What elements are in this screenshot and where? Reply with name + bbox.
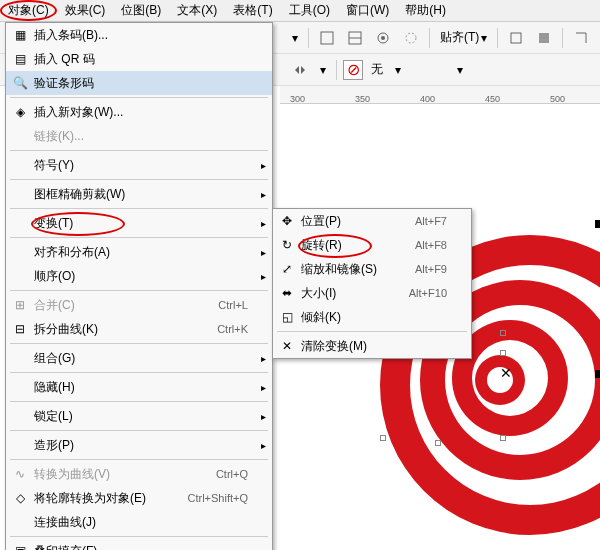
menu-item[interactable]: 造形(P)▸ [6,433,272,457]
size-icon: ⬌ [277,283,297,303]
ruler-mark: 450 [485,94,500,104]
menu-item[interactable]: 符号(Y)▸ [6,153,272,177]
menu-separator [10,401,268,402]
blank-icon [10,126,30,146]
ruler-mark: 350 [355,94,370,104]
menu-shortcut: Alt+F8 [415,239,467,251]
menu-item-label: 清除变换(M) [297,338,467,355]
menu-text[interactable]: 文本(X) [169,0,225,21]
menu-item[interactable]: 隐藏(H)▸ [6,375,272,399]
qr-icon: ▤ [10,49,30,69]
menu-item[interactable]: ⤢缩放和镜像(S)Alt+F9 [273,257,471,281]
selection-handle[interactable] [595,220,600,228]
blank-icon [10,213,30,233]
menubar: 对象(C) 效果(C) 位图(B) 文本(X) 表格(T) 工具(O) 窗口(W… [0,0,600,22]
menu-bitmap[interactable]: 位图(B) [113,0,169,21]
menu-item-label: 位置(P) [297,213,415,230]
bbox-handle[interactable] [435,440,441,446]
tool-btn-a[interactable] [504,26,528,50]
menu-item[interactable]: 顺序(O)▸ [6,264,272,288]
flip-dropdown[interactable]: ▾ [316,63,330,77]
submenu-arrow-icon: ▸ [261,382,266,393]
tool-btn-c[interactable] [569,26,593,50]
menu-item[interactable]: ⊟拆分曲线(K)Ctrl+K [6,317,272,341]
menu-table[interactable]: 表格(T) [225,0,280,21]
overprint-icon: ▣ [10,541,30,550]
blank-icon [10,184,30,204]
bbox-handle[interactable] [500,435,506,441]
menu-item[interactable]: 锁定(L)▸ [6,404,272,428]
menu-item[interactable]: ⬌大小(I)Alt+F10 [273,281,471,305]
view-btn-2[interactable] [399,26,423,50]
menu-item[interactable]: ↻旋转(R)Alt+F8 [273,233,471,257]
submenu-arrow-icon: ▸ [261,160,266,171]
tool-btn-b[interactable] [532,26,556,50]
menu-effects[interactable]: 效果(C) [57,0,114,21]
snap-btn-1[interactable] [315,26,339,50]
transform-submenu: ✥位置(P)Alt+F7↻旋转(R)Alt+F8⤢缩放和镜像(S)Alt+F9⬌… [272,208,472,359]
menu-item[interactable]: ◱倾斜(K) [273,305,471,329]
menu-separator [10,343,268,344]
menu-item-label: 合并(C) [30,297,218,314]
blank-icon [10,406,30,426]
menu-item-label: 顺序(O) [30,268,268,285]
menu-item-label: 缩放和镜像(S) [297,261,415,278]
flip-h-btn[interactable] [288,58,312,82]
menu-window[interactable]: 窗口(W) [338,0,397,21]
view-btn-1[interactable] [371,26,395,50]
menu-item-label: 大小(I) [297,285,409,302]
selection-handle[interactable] [595,370,600,378]
snap-btn-2[interactable] [343,26,367,50]
menu-item-label: 验证条形码 [30,75,268,92]
insert-icon: ◈ [10,102,30,122]
menu-shortcut: Alt+F9 [415,263,467,275]
units-dropdown[interactable]: ▾ [288,31,302,45]
magnify-icon: 🔍 [10,73,30,93]
barcode-icon: ▦ [10,25,30,45]
submenu-arrow-icon: ▸ [261,271,266,282]
menu-item-label: 变换(T) [30,215,268,232]
menu-item[interactable]: 🔍验证条形码 [6,71,272,95]
menu-item-label: 将轮廓转换为对象(E) [30,490,187,507]
menu-item[interactable]: ✕清除变换(M) [273,334,471,358]
bbox-handle[interactable] [500,350,506,356]
menu-item: ∿转换为曲线(V)Ctrl+Q [6,462,272,486]
menu-item-label: 造形(P) [30,437,268,454]
menu-separator [10,150,268,151]
split-icon: ⊟ [10,319,30,339]
submenu-arrow-icon: ▸ [261,353,266,364]
menu-item[interactable]: ◇将轮廓转换为对象(E)Ctrl+Shift+Q [6,486,272,510]
menu-item-label: 锁定(L) [30,408,268,425]
menu-separator [10,179,268,180]
bbox-handle[interactable] [500,330,506,336]
outline-dropdown[interactable]: ▾ [453,63,467,77]
submenu-arrow-icon: ▸ [261,189,266,200]
menu-object[interactable]: 对象(C) [0,0,57,21]
menu-tools[interactable]: 工具(O) [281,0,338,21]
menu-item[interactable]: 连接曲线(J) [6,510,272,534]
menu-item[interactable]: 图框精确剪裁(W)▸ [6,182,272,206]
menu-item[interactable]: 变换(T)▸ [6,211,272,235]
menu-item[interactable]: ◈插入新对象(W)... [6,100,272,124]
menu-item[interactable]: ▤插入 QR 码 [6,47,272,71]
menu-item[interactable]: ▣叠印填充(F) [6,539,272,550]
menu-item[interactable]: 组合(G)▸ [6,346,272,370]
menu-shortcut: Ctrl+L [218,299,268,311]
menu-item[interactable]: ✥位置(P)Alt+F7 [273,209,471,233]
ruler-mark: 500 [550,94,565,104]
horizontal-ruler: 300 350 400 450 500 [280,86,600,104]
menu-separator [10,208,268,209]
svg-point-5 [406,33,416,43]
fill-dropdown[interactable]: ▾ [391,63,405,77]
fill-swatch[interactable]: ⊘ [343,60,363,80]
menu-item-label: 图框精确剪裁(W) [30,186,268,203]
menu-item-label: 符号(Y) [30,157,268,174]
snap-dropdown[interactable]: 贴齐(T) ▾ [436,29,491,46]
menu-item[interactable]: ▦插入条码(B)... [6,23,272,47]
scale-icon: ⤢ [277,259,297,279]
blank-icon [10,348,30,368]
menu-item-label: 链接(K)... [30,128,268,145]
menu-item[interactable]: 对齐和分布(A)▸ [6,240,272,264]
bbox-handle[interactable] [380,435,386,441]
menu-help[interactable]: 帮助(H) [397,0,454,21]
